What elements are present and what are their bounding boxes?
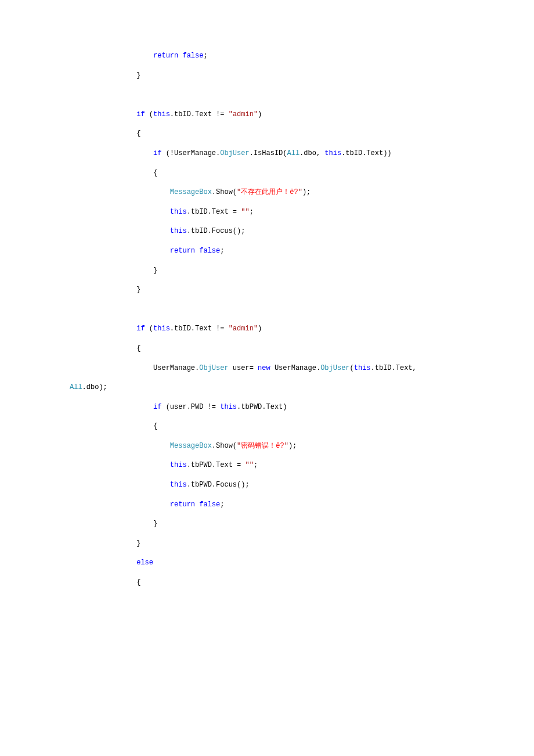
token: return <box>153 52 178 60</box>
token: ); <box>302 188 311 196</box>
token: if <box>153 403 161 411</box>
token: .Show( <box>212 442 237 450</box>
token: ( <box>145 110 153 118</box>
token: } <box>136 539 140 548</box>
token: ); <box>288 442 297 450</box>
code-line: this.tbID.Text = ""; <box>0 203 534 222</box>
code-line: if (this.tbID.Text != "admin") <box>0 319 534 339</box>
token: 密码错误！ê? <box>241 442 284 450</box>
token: .tbID.Text = <box>187 208 241 216</box>
token: "" <box>245 461 253 469</box>
token: this <box>354 364 371 372</box>
code-line: { <box>0 164 534 183</box>
code-line: MessageBox.Show("密码错误！ê?"); <box>0 437 534 456</box>
code-line: this.tbPWD.Focus(); <box>0 476 534 495</box>
token: false <box>182 52 203 60</box>
code-line: this.tbID.Focus(); <box>0 222 534 242</box>
token: ObjUser <box>320 364 349 372</box>
token: new <box>258 364 270 372</box>
token: UserManage. <box>153 364 199 372</box>
code-line: else <box>0 553 534 573</box>
token: ( <box>350 364 354 372</box>
token: .tbID.Text != <box>170 325 229 333</box>
token: All <box>287 149 300 157</box>
token: All <box>70 383 82 391</box>
token: MessageBox <box>170 442 212 450</box>
token: { <box>153 169 157 177</box>
token: ) <box>258 325 262 333</box>
code-line: } <box>0 534 534 554</box>
token: .dbo); <box>82 383 107 391</box>
token: false <box>199 501 220 509</box>
token: .tbID.Text)) <box>341 149 391 157</box>
token: .IsHasID( <box>250 149 287 157</box>
code-line: if (user.PWD != this.tbPWD.Text) <box>0 398 534 417</box>
token: { <box>153 422 157 430</box>
token: .tbPWD.Text = <box>187 461 246 469</box>
token: { <box>136 129 140 138</box>
token: } <box>136 286 140 294</box>
token: this <box>220 403 237 411</box>
token: " <box>284 442 288 450</box>
code-line: { <box>0 417 534 437</box>
code-line: MessageBox.Show("不存在此用户！ê?"); <box>0 183 534 203</box>
token: "" <box>241 208 249 216</box>
token: .tbID.Focus(); <box>187 227 246 235</box>
token: if <box>136 110 145 118</box>
token: .Show( <box>212 188 237 196</box>
token: return <box>170 501 195 509</box>
code-line: { <box>0 573 534 593</box>
token: "admin" <box>229 110 258 118</box>
code-line: } <box>0 261 534 281</box>
code-line: } <box>0 280 534 300</box>
code-line: if (this.tbID.Text != "admin") <box>0 105 534 125</box>
code-line: if (!UserManage.ObjUser.IsHasID(All.dbo,… <box>0 144 534 164</box>
token: " <box>298 188 302 196</box>
token: "admin" <box>229 325 258 333</box>
token: { <box>136 344 140 352</box>
code-line: this.tbPWD.Text = ""; <box>0 456 534 476</box>
token: user= <box>229 364 258 372</box>
code-line <box>0 300 534 320</box>
token: } <box>153 267 157 275</box>
token: return <box>170 247 195 255</box>
token: 不存在此用户！ê? <box>241 188 298 196</box>
token: ; <box>220 247 224 255</box>
token: ; <box>203 52 207 60</box>
token: ; <box>254 461 258 469</box>
token: } <box>153 520 157 528</box>
code-line: return false; <box>0 46 534 66</box>
token: .tbID.Text, <box>371 364 417 372</box>
code-line: } <box>0 514 534 534</box>
token: UserManage. <box>270 364 320 372</box>
token: .dbo, <box>300 149 324 157</box>
token: ( <box>145 325 153 333</box>
code-line: UserManage.ObjUser user= new UserManage.… <box>0 359 534 379</box>
token: this <box>170 461 187 469</box>
token: else <box>136 559 153 567</box>
token: (user.PWD != <box>161 403 220 411</box>
code-line: All.dbo); <box>0 378 534 398</box>
token: if <box>153 149 161 157</box>
token: { <box>136 578 140 586</box>
code-line: { <box>0 339 534 359</box>
token: ; <box>220 501 224 509</box>
code-document: return false; } if (this.tbID.Text != "a… <box>0 0 534 639</box>
token: (!UserManage. <box>161 149 220 157</box>
token: .tbPWD.Focus(); <box>187 481 250 489</box>
code-line <box>0 85 534 105</box>
code-line: return false; <box>0 495 534 515</box>
token: false <box>199 247 220 255</box>
token: ) <box>258 110 262 118</box>
token: MessageBox <box>170 188 212 196</box>
token: this <box>170 208 187 216</box>
token: if <box>136 325 145 333</box>
token: .tbPWD.Text) <box>237 403 287 411</box>
token: ObjUser <box>220 149 249 157</box>
token: ObjUser <box>199 364 228 372</box>
token: this <box>153 325 170 333</box>
token: ; <box>250 208 254 216</box>
code-line: { <box>0 124 534 144</box>
token: } <box>136 71 140 80</box>
token: this <box>170 227 187 235</box>
